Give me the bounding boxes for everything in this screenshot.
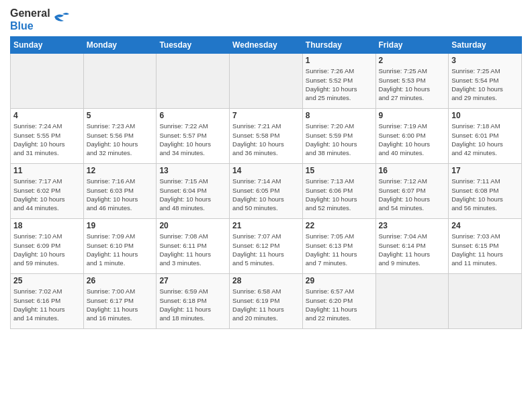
calendar-cell bbox=[83, 54, 157, 109]
calendar-cell: 11Sunrise: 7:17 AMSunset: 6:02 PMDayligh… bbox=[11, 164, 84, 219]
day-info: Sunrise: 7:26 AMSunset: 5:52 PMDaylight:… bbox=[306, 66, 373, 102]
day-info: Sunrise: 7:03 AMSunset: 6:15 PMDaylight:… bbox=[451, 232, 519, 267]
calendar-cell bbox=[375, 274, 449, 329]
day-info: Sunrise: 7:21 AMSunset: 5:58 PMDaylight:… bbox=[232, 122, 300, 157]
calendar-cell: 10Sunrise: 7:18 AMSunset: 6:01 PMDayligh… bbox=[449, 109, 522, 164]
day-info: Sunrise: 7:02 AMSunset: 6:16 PMDaylight:… bbox=[13, 287, 81, 322]
day-info: Sunrise: 7:23 AMSunset: 5:56 PMDaylight:… bbox=[87, 122, 154, 157]
day-number: 29 bbox=[306, 276, 373, 285]
day-info: Sunrise: 7:14 AMSunset: 6:05 PMDaylight:… bbox=[232, 177, 300, 212]
day-info: Sunrise: 7:25 AMSunset: 5:54 PMDaylight:… bbox=[451, 66, 519, 102]
calendar-cell: 4Sunrise: 7:24 AMSunset: 5:55 PMDaylight… bbox=[11, 109, 84, 164]
day-number: 24 bbox=[451, 221, 519, 230]
calendar-header-row: SundayMondayTuesdayWednesdayThursdayFrid… bbox=[11, 37, 522, 54]
day-number: 5 bbox=[87, 111, 154, 120]
day-info: Sunrise: 6:59 AMSunset: 6:18 PMDaylight:… bbox=[159, 287, 226, 322]
day-number: 19 bbox=[87, 221, 154, 230]
day-info: Sunrise: 7:22 AMSunset: 5:57 PMDaylight:… bbox=[159, 122, 226, 157]
day-info: Sunrise: 7:08 AMSunset: 6:11 PMDaylight:… bbox=[159, 232, 226, 267]
calendar-cell: 5Sunrise: 7:23 AMSunset: 5:56 PMDaylight… bbox=[83, 109, 157, 164]
logo: General Blue bbox=[10, 7, 69, 32]
day-number: 22 bbox=[306, 221, 373, 230]
calendar-cell: 18Sunrise: 7:10 AMSunset: 6:09 PMDayligh… bbox=[11, 219, 84, 274]
day-number: 26 bbox=[87, 276, 154, 285]
calendar-cell: 15Sunrise: 7:13 AMSunset: 6:06 PMDayligh… bbox=[302, 164, 375, 219]
day-number: 20 bbox=[159, 221, 226, 230]
calendar-cell: 6Sunrise: 7:22 AMSunset: 5:57 PMDaylight… bbox=[157, 109, 230, 164]
day-info: Sunrise: 6:57 AMSunset: 6:20 PMDaylight:… bbox=[306, 287, 373, 322]
day-number: 7 bbox=[232, 111, 300, 120]
calendar-week-0: 1Sunrise: 7:26 AMSunset: 5:52 PMDaylight… bbox=[11, 54, 522, 109]
calendar-cell: 12Sunrise: 7:16 AMSunset: 6:03 PMDayligh… bbox=[83, 164, 157, 219]
calendar-cell: 26Sunrise: 7:00 AMSunset: 6:17 PMDayligh… bbox=[83, 274, 157, 329]
calendar-header-wednesday: Wednesday bbox=[230, 37, 303, 54]
day-info: Sunrise: 7:17 AMSunset: 6:02 PMDaylight:… bbox=[13, 177, 81, 212]
calendar-week-1: 4Sunrise: 7:24 AMSunset: 5:55 PMDaylight… bbox=[11, 109, 522, 164]
calendar-cell: 9Sunrise: 7:19 AMSunset: 6:00 PMDaylight… bbox=[375, 109, 449, 164]
calendar-header-saturday: Saturday bbox=[449, 37, 522, 54]
day-info: Sunrise: 7:11 AMSunset: 6:08 PMDaylight:… bbox=[451, 177, 519, 212]
calendar-table: SundayMondayTuesdayWednesdayThursdayFrid… bbox=[10, 36, 522, 329]
calendar-cell: 7Sunrise: 7:21 AMSunset: 5:58 PMDaylight… bbox=[230, 109, 303, 164]
calendar-header-sunday: Sunday bbox=[11, 37, 84, 54]
calendar-cell: 22Sunrise: 7:05 AMSunset: 6:13 PMDayligh… bbox=[302, 219, 375, 274]
day-info: Sunrise: 6:58 AMSunset: 6:19 PMDaylight:… bbox=[232, 287, 300, 322]
calendar-cell: 8Sunrise: 7:20 AMSunset: 5:59 PMDaylight… bbox=[302, 109, 375, 164]
calendar-cell: 24Sunrise: 7:03 AMSunset: 6:15 PMDayligh… bbox=[449, 219, 522, 274]
calendar-header-monday: Monday bbox=[83, 37, 157, 54]
day-number: 9 bbox=[379, 111, 446, 120]
day-info: Sunrise: 7:13 AMSunset: 6:06 PMDaylight:… bbox=[306, 177, 373, 212]
day-info: Sunrise: 7:20 AMSunset: 5:59 PMDaylight:… bbox=[306, 122, 373, 157]
day-info: Sunrise: 7:10 AMSunset: 6:09 PMDaylight:… bbox=[13, 232, 81, 267]
calendar-cell: 1Sunrise: 7:26 AMSunset: 5:52 PMDaylight… bbox=[302, 54, 375, 109]
day-info: Sunrise: 7:07 AMSunset: 6:12 PMDaylight:… bbox=[232, 232, 300, 267]
day-number: 1 bbox=[306, 56, 373, 65]
calendar-week-4: 25Sunrise: 7:02 AMSunset: 6:16 PMDayligh… bbox=[11, 274, 522, 329]
logo-bird-icon bbox=[53, 11, 69, 28]
day-info: Sunrise: 7:12 AMSunset: 6:07 PMDaylight:… bbox=[379, 177, 446, 212]
day-number: 15 bbox=[306, 166, 373, 175]
header: General Blue bbox=[10, 7, 522, 32]
day-info: Sunrise: 7:00 AMSunset: 6:17 PMDaylight:… bbox=[87, 287, 154, 322]
calendar-header-friday: Friday bbox=[375, 37, 449, 54]
day-number: 27 bbox=[159, 276, 226, 285]
day-number: 12 bbox=[87, 166, 154, 175]
logo-text-blue: Blue bbox=[10, 19, 34, 32]
page-container: General Blue SundayMondayTuesdayWednesda… bbox=[0, 0, 532, 334]
day-number: 10 bbox=[451, 111, 519, 120]
day-number: 8 bbox=[306, 111, 373, 120]
calendar-cell bbox=[11, 54, 84, 109]
calendar-cell: 27Sunrise: 6:59 AMSunset: 6:18 PMDayligh… bbox=[157, 274, 230, 329]
day-info: Sunrise: 7:25 AMSunset: 5:53 PMDaylight:… bbox=[379, 66, 446, 102]
calendar-cell: 23Sunrise: 7:04 AMSunset: 6:14 PMDayligh… bbox=[375, 219, 449, 274]
calendar-cell: 13Sunrise: 7:15 AMSunset: 6:04 PMDayligh… bbox=[157, 164, 230, 219]
day-number: 4 bbox=[13, 111, 81, 120]
day-info: Sunrise: 7:15 AMSunset: 6:04 PMDaylight:… bbox=[159, 177, 226, 212]
day-number: 21 bbox=[232, 221, 300, 230]
calendar-cell bbox=[157, 54, 230, 109]
calendar-cell: 29Sunrise: 6:57 AMSunset: 6:20 PMDayligh… bbox=[302, 274, 375, 329]
day-number: 13 bbox=[159, 166, 226, 175]
day-number: 14 bbox=[232, 166, 300, 175]
day-info: Sunrise: 7:04 AMSunset: 6:14 PMDaylight:… bbox=[379, 232, 446, 267]
day-info: Sunrise: 7:24 AMSunset: 5:55 PMDaylight:… bbox=[13, 122, 81, 157]
day-info: Sunrise: 7:05 AMSunset: 6:13 PMDaylight:… bbox=[306, 232, 373, 267]
day-number: 18 bbox=[13, 221, 81, 230]
day-number: 28 bbox=[232, 276, 300, 285]
day-info: Sunrise: 7:16 AMSunset: 6:03 PMDaylight:… bbox=[87, 177, 154, 212]
calendar-cell: 20Sunrise: 7:08 AMSunset: 6:11 PMDayligh… bbox=[157, 219, 230, 274]
calendar-cell: 16Sunrise: 7:12 AMSunset: 6:07 PMDayligh… bbox=[375, 164, 449, 219]
day-number: 3 bbox=[451, 56, 519, 65]
calendar-cell: 25Sunrise: 7:02 AMSunset: 6:16 PMDayligh… bbox=[11, 274, 84, 329]
day-number: 11 bbox=[13, 166, 81, 175]
calendar-cell: 17Sunrise: 7:11 AMSunset: 6:08 PMDayligh… bbox=[449, 164, 522, 219]
calendar-cell: 2Sunrise: 7:25 AMSunset: 5:53 PMDaylight… bbox=[375, 54, 449, 109]
day-number: 23 bbox=[379, 221, 446, 230]
day-info: Sunrise: 7:18 AMSunset: 6:01 PMDaylight:… bbox=[451, 122, 519, 157]
calendar-cell: 14Sunrise: 7:14 AMSunset: 6:05 PMDayligh… bbox=[230, 164, 303, 219]
day-number: 16 bbox=[379, 166, 446, 175]
logo: General Blue bbox=[10, 7, 69, 32]
calendar-cell: 19Sunrise: 7:09 AMSunset: 6:10 PMDayligh… bbox=[83, 219, 157, 274]
calendar-cell: 28Sunrise: 6:58 AMSunset: 6:19 PMDayligh… bbox=[230, 274, 303, 329]
calendar-week-2: 11Sunrise: 7:17 AMSunset: 6:02 PMDayligh… bbox=[11, 164, 522, 219]
